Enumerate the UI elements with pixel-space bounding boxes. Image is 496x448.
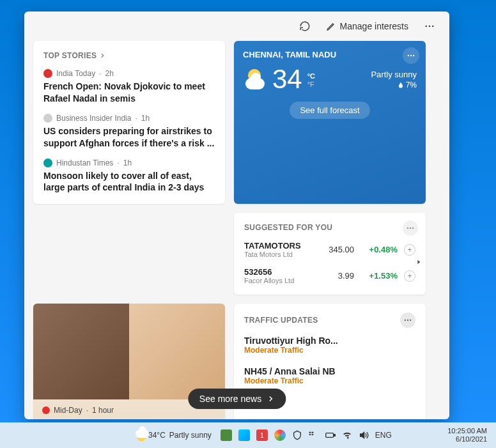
weather-card[interactable]: CHENNAI, TAMIL NADU 34 °C°F Partly sunny… (234, 41, 426, 204)
dropbox-icon[interactable] (309, 430, 319, 440)
news-panel: Manage interests TOP STORIES India Today… (24, 12, 449, 419)
taskbar[interactable]: 34°C Partly sunny 1 ENG 10:25:00 AM 6/10… (0, 422, 496, 448)
ellipsis-icon (407, 51, 415, 60)
suggested-more-button[interactable] (403, 220, 418, 236)
manage-label: Manage interests (340, 21, 408, 31)
add-stock-button[interactable]: + (404, 244, 415, 256)
ellipsis-icon (406, 224, 415, 233)
weather-main: 34 °C°F Partly sunny 7% (243, 66, 417, 93)
svg-point-9 (405, 320, 406, 321)
chevron-right-icon (415, 258, 422, 266)
suggested-card: SUGGESTED FOR YOU TATAMOTORSTata Motors … (234, 213, 426, 295)
ellipsis-icon (424, 20, 435, 32)
tray-icon[interactable] (238, 429, 250, 441)
traffic-title: TRAFFIC UPDATES (244, 316, 318, 325)
svg-rect-12 (326, 433, 334, 438)
weather-location: CHENNAI, TAMIL NADU (243, 50, 417, 59)
chevron-right-icon (267, 395, 274, 403)
traffic-item[interactable]: NH45 / Anna Salai NB Moderate Traffic (234, 364, 426, 388)
svg-point-7 (410, 228, 411, 229)
svg-point-10 (407, 320, 408, 321)
traffic-item[interactable]: Tiruvottiyur High Ro... Moderate Traffic (234, 333, 426, 357)
panel-body: TOP STORIES India Today · 2h French Open… (24, 41, 449, 419)
svg-point-11 (410, 320, 411, 321)
refresh-icon (299, 20, 311, 32)
weather-humidity: 7% (371, 81, 417, 89)
weather-temp: 34 (272, 66, 302, 93)
story-item[interactable]: Hindustan Times · 1h Monsoon likely to c… (43, 158, 215, 194)
svg-point-1 (429, 26, 431, 27)
source-icon (43, 114, 52, 123)
panel-header: Manage interests (24, 12, 449, 41)
source-icon (42, 406, 50, 414)
story-item[interactable]: India Today · 2h French Open: Novak Djok… (43, 69, 215, 105)
svg-point-0 (425, 26, 427, 27)
svg-point-4 (410, 55, 412, 56)
tray-icon[interactable]: 1 (256, 429, 268, 441)
svg-point-8 (412, 228, 414, 229)
weather-more-button[interactable] (403, 47, 419, 64)
forecast-button[interactable]: See full forecast (290, 102, 369, 119)
featured-image (33, 304, 225, 399)
svg-point-3 (408, 55, 409, 56)
weather-condition: Partly sunny (371, 70, 417, 79)
tray-icons: 1 ENG (221, 429, 392, 441)
story-headline: US considers preparing for airstrikes to… (43, 125, 215, 150)
scroll-area[interactable]: TOP STORIES India Today · 2h French Open… (24, 41, 446, 419)
drop-icon (398, 82, 404, 88)
chevron-right-icon (99, 52, 105, 59)
top-stories-card: TOP STORIES India Today · 2h French Open… (33, 41, 225, 204)
wifi-icon[interactable] (342, 430, 352, 440)
refresh-button[interactable] (294, 17, 316, 36)
source-icon (43, 158, 52, 167)
top-stories-title[interactable]: TOP STORIES (43, 51, 215, 60)
manage-interests-button[interactable]: Manage interests (321, 17, 414, 35)
featured-headline: US bill veiled attack on our political s… (42, 419, 216, 419)
taskbar-weather[interactable]: 34°C Partly sunny (132, 429, 212, 442)
tray-icon[interactable] (274, 429, 286, 441)
stock-row[interactable]: 532656Facor Alloys Ltd 3.99 +1.53% + (244, 267, 415, 284)
source-icon (43, 69, 52, 78)
story-headline: French Open: Novak Djokovic to meet Rafa… (43, 81, 215, 105)
stock-row[interactable]: TATAMOTORSTata Motors Ltd 345.00 +0.48% … (244, 241, 415, 258)
language-indicator[interactable]: ENG (375, 431, 392, 440)
story-item[interactable]: Business Insider India · 1h US considers… (43, 114, 215, 150)
suggested-title: SUGGESTED FOR YOU (244, 223, 415, 232)
traffic-more-button[interactable] (400, 313, 415, 328)
taskbar-clock[interactable]: 10:25:00 AM 6/10/2021 (447, 427, 492, 444)
see-more-news-button[interactable]: See more news (188, 389, 286, 409)
pencil-icon (326, 21, 336, 31)
weather-units[interactable]: °C°F (307, 72, 315, 89)
svg-rect-13 (334, 435, 335, 436)
battery-icon[interactable] (325, 431, 336, 439)
tray-icon[interactable] (221, 429, 232, 441)
svg-point-6 (407, 228, 408, 229)
ellipsis-icon (403, 316, 412, 325)
story-headline: Monsoon likely to cover all of east, lar… (43, 170, 215, 194)
add-stock-button[interactable]: + (404, 270, 415, 282)
more-button[interactable] (419, 17, 440, 36)
security-icon[interactable] (292, 430, 302, 440)
weather-icon (243, 66, 268, 92)
volume-icon[interactable] (359, 430, 369, 440)
svg-point-2 (432, 26, 434, 27)
svg-point-5 (413, 55, 414, 56)
next-button[interactable] (415, 258, 422, 266)
weather-icon (134, 431, 143, 440)
